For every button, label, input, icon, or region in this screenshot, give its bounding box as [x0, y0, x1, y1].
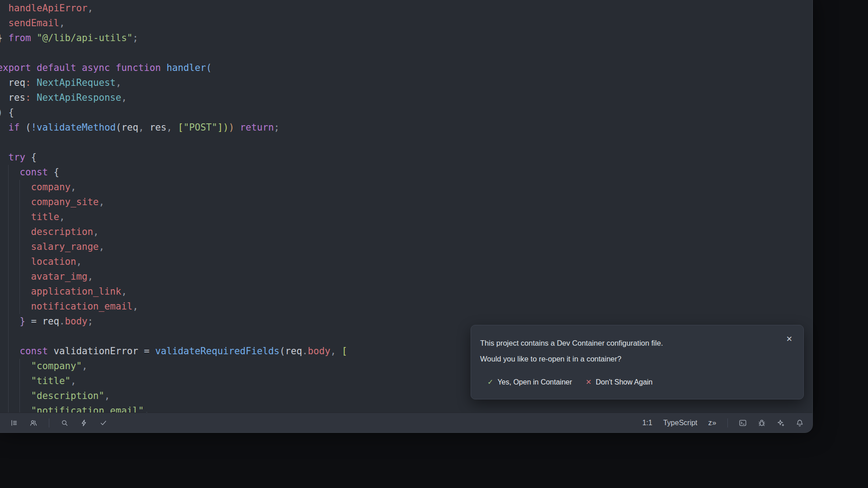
code-line: } = req.body; [0, 314, 347, 329]
divider [49, 418, 49, 427]
code-line: application_link, [0, 284, 347, 299]
cross-icon: ✕ [585, 378, 591, 386]
code-line: company, [0, 180, 347, 195]
code-line: location, [0, 254, 347, 269]
code-line: if (!validateMethod(req, res, ["POST"]))… [0, 120, 347, 135]
cursor-position[interactable]: 1:1 [642, 419, 652, 427]
notification-actions: ✓ Yes, Open in Container ✕ Don't Show Ag… [487, 378, 794, 386]
indent-guide [19, 180, 20, 314]
status-bar: 1:1 TypeScript z» [0, 413, 812, 432]
dont-show-again-label: Don't Show Again [596, 378, 653, 386]
code-line: "description", [0, 389, 347, 404]
notifications-bell-icon[interactable] [796, 419, 804, 427]
code-line [0, 135, 347, 150]
close-icon[interactable]: ✕ [786, 335, 793, 343]
indent-guide [19, 359, 20, 413]
divider [727, 418, 728, 427]
code-line: try { [0, 150, 347, 165]
diagnostics-check-icon[interactable] [99, 419, 108, 427]
terminal-icon[interactable] [739, 419, 747, 427]
notification-message-line1: This project contains a Dev Container co… [480, 335, 794, 351]
language-selector[interactable]: TypeScript [663, 419, 698, 427]
dev-container-notification: This project contains a Dev Container co… [471, 325, 804, 399]
code-line: const validationError = validateRequired… [0, 344, 347, 359]
open-in-container-button[interactable]: ✓ Yes, Open in Container [487, 378, 572, 386]
edit-prediction-icon[interactable]: z» [708, 418, 717, 427]
collab-panel-icon[interactable] [29, 419, 38, 427]
notification-message-line2: Would you like to re-open it in a contai… [480, 351, 794, 367]
zap-icon[interactable] [80, 419, 88, 427]
code-line [0, 329, 347, 344]
code-line: salary_range, [0, 239, 347, 254]
code-line: title, [0, 210, 347, 225]
code-line: res: NextApiResponse, [0, 90, 347, 105]
status-bar-right: 1:1 TypeScript z» [642, 418, 804, 427]
assistant-sparkle-icon[interactable] [777, 419, 785, 427]
code-line: export default async function handler( [0, 61, 347, 75]
check-icon: ✓ [487, 378, 493, 386]
open-in-container-label: Yes, Open in Container [497, 378, 572, 386]
status-bar-left [10, 418, 108, 427]
code-line: } from "@/lib/api-utils"; [0, 31, 347, 46]
outline-panel-icon[interactable] [10, 419, 18, 427]
code-line: "company", [0, 359, 347, 374]
dont-show-again-button[interactable]: ✕ Don't Show Again [585, 378, 652, 386]
code-editor[interactable]: handleApiError, sendEmail,} from "@/lib/… [0, 1, 347, 413]
code-line: description, [0, 225, 347, 239]
code-line: req: NextApiRequest, [0, 75, 347, 90]
code-line: sendEmail, [0, 16, 347, 31]
code-line: "notification_email", [0, 404, 347, 413]
editor-window: handleApiError, sendEmail,} from "@/lib/… [0, 0, 813, 433]
code-line: ) { [0, 105, 347, 120]
indent-guide [8, 165, 9, 413]
code-line: company_site, [0, 195, 347, 210]
code-line [0, 46, 347, 61]
code-line: avatar_img, [0, 269, 347, 284]
search-icon[interactable] [61, 419, 69, 427]
code-line: const { [0, 165, 347, 180]
code-line: handleApiError, [0, 1, 347, 16]
code-line: notification_email, [0, 299, 347, 314]
debug-icon[interactable] [758, 419, 766, 427]
code-line: "title", [0, 374, 347, 389]
